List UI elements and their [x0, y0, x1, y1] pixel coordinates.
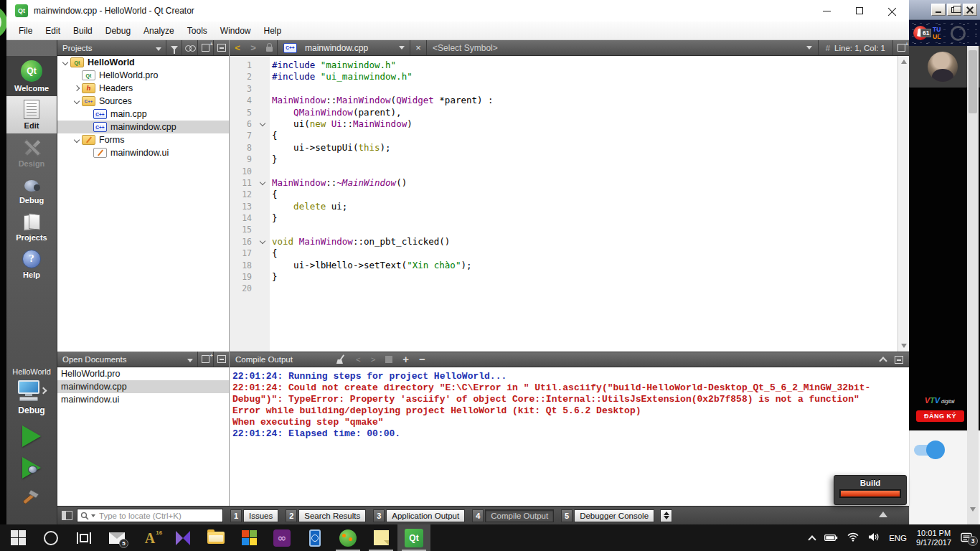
- taskbar-coccoc-button[interactable]: [331, 524, 364, 551]
- stop-icon[interactable]: [385, 356, 392, 363]
- taskbar-ms-squares-button[interactable]: [232, 524, 265, 551]
- mode-edit-button[interactable]: Edit: [6, 96, 57, 133]
- build-progress-popup[interactable]: Build: [834, 475, 907, 505]
- pane-button-compile-output[interactable]: Compile Output: [485, 509, 554, 522]
- chevron-down-icon[interactable]: [72, 99, 82, 103]
- split-editor-icon[interactable]: [893, 40, 909, 55]
- avatar[interactable]: [928, 52, 958, 82]
- code-line-2[interactable]: 2#include "ui_mainwindow.h": [230, 71, 897, 83]
- locator[interactable]: [77, 509, 223, 522]
- taskbar-visual-studio-button[interactable]: ∞: [265, 524, 298, 551]
- code-line-7[interactable]: 7{: [230, 130, 897, 141]
- scrollbar-thumb[interactable]: [969, 50, 977, 113]
- projects-pane-dropdown-icon[interactable]: [156, 44, 161, 52]
- taskbar-qtcreator-button[interactable]: Qt: [397, 524, 430, 551]
- code-line-17[interactable]: 17{: [230, 248, 897, 259]
- kit-target-icon[interactable]: [18, 380, 46, 401]
- fold-marker-icon[interactable]: [255, 123, 270, 126]
- background-scrollbar[interactable]: [967, 46, 979, 524]
- pane-button-issues[interactable]: Issues: [243, 509, 278, 522]
- tree-item-helloworld[interactable]: HelloWorld: [57, 56, 229, 69]
- tree-item-sources[interactable]: Sources: [57, 95, 229, 108]
- open-document-item[interactable]: mainwindow.ui: [57, 393, 229, 406]
- filter-icon[interactable]: [166, 40, 182, 55]
- symbol-selector[interactable]: <Select Symbol>: [427, 43, 818, 53]
- pane-button-application-output[interactable]: Application Output: [386, 509, 465, 522]
- build-hammer-button[interactable]: [22, 489, 42, 507]
- maximize-button[interactable]: [843, 0, 876, 22]
- taskbar-mail-button[interactable]: 5: [100, 524, 133, 551]
- maximize-pane-icon[interactable]: [895, 356, 903, 364]
- chevron-down-icon[interactable]: [72, 138, 82, 142]
- zoom-out-icon[interactable]: −: [419, 356, 425, 363]
- tree-item-mainwindow-ui[interactable]: mainwindow.ui: [57, 146, 229, 159]
- code-line-5[interactable]: 5 QMainWindow(parent),: [230, 107, 897, 118]
- compile-output-pane[interactable]: 22:01:24: Running steps for project Hell…: [230, 367, 909, 506]
- close-pane-icon[interactable]: [213, 40, 229, 55]
- hidden-icons-chevron-icon[interactable]: [808, 535, 816, 543]
- run-button[interactable]: [22, 425, 41, 447]
- menu-item-build[interactable]: Build: [67, 23, 99, 39]
- close-button[interactable]: [876, 0, 909, 22]
- tree-item-headers[interactable]: Headers: [57, 82, 229, 95]
- code-line-1[interactable]: 1#include "mainwindow.h": [230, 60, 897, 71]
- bg-restore-button[interactable]: [947, 4, 961, 16]
- taskbar-start-button[interactable]: [1, 524, 34, 551]
- open-document-item[interactable]: HelloWorld.pro: [57, 367, 229, 380]
- pane-button-search-results[interactable]: Search Results: [298, 509, 366, 522]
- subscribe-button[interactable]: ĐĂNG KÝ: [916, 410, 964, 422]
- expand-output-pane-icon[interactable]: [879, 512, 887, 517]
- volume-icon[interactable]: [868, 532, 880, 545]
- kit-selector[interactable]: HelloWorldDebug: [6, 367, 57, 415]
- menu-item-debug[interactable]: Debug: [99, 23, 137, 39]
- chevron-right-icon[interactable]: [72, 86, 82, 90]
- code-line-18[interactable]: 18 ui->lbHello->setText("Xin chào");: [230, 260, 897, 271]
- tree-item-forms[interactable]: Forms: [57, 133, 229, 146]
- pane-number-badge[interactable]: 1: [230, 509, 242, 522]
- scroll-down-icon[interactable]: [970, 507, 976, 512]
- zoom-in-icon[interactable]: +: [402, 356, 409, 363]
- previous-item-icon[interactable]: <: [356, 355, 361, 364]
- split-pane-icon[interactable]: [197, 40, 213, 55]
- go-back-icon[interactable]: <: [230, 40, 245, 55]
- code-line-14[interactable]: 14}: [230, 212, 897, 224]
- scroll-down-icon[interactable]: [901, 344, 907, 348]
- fold-marker-icon[interactable]: [255, 240, 270, 243]
- code-line-12[interactable]: 12{: [230, 189, 897, 200]
- open-documents-dropdown-icon[interactable]: [187, 355, 193, 364]
- pane-button-debugger-console[interactable]: Debugger Console: [574, 509, 654, 522]
- taskbar-cortana-button[interactable]: [34, 524, 67, 551]
- pane-number-badge[interactable]: 5: [561, 509, 573, 522]
- menu-item-analyze[interactable]: Analyze: [137, 23, 181, 39]
- code-line-8[interactable]: 8 ui->setupUi(this);: [230, 142, 897, 154]
- clear-output-icon[interactable]: [336, 354, 346, 364]
- pane-number-badge[interactable]: 4: [472, 509, 484, 522]
- tree-item-helloworld-pro[interactable]: HelloWorld.pro: [57, 69, 229, 82]
- open-documents-title[interactable]: Open Documents: [57, 355, 132, 364]
- code-editor[interactable]: 1#include "mainwindow.h"2#include "ui_ma…: [230, 56, 909, 352]
- mode-help-button[interactable]: ?Help: [6, 245, 57, 283]
- code-line-19[interactable]: 19}: [230, 271, 897, 283]
- editor-scrollbar[interactable]: [897, 56, 909, 352]
- open-document-item[interactable]: mainwindow.cpp: [57, 380, 229, 393]
- close-document-icon[interactable]: ×: [410, 40, 426, 55]
- pane-number-badge[interactable]: 3: [373, 509, 385, 522]
- collapse-pane-icon[interactable]: [879, 357, 887, 364]
- menu-item-window[interactable]: Window: [214, 23, 258, 39]
- toggle-switch[interactable]: [914, 445, 941, 456]
- mode-debug-button[interactable]: Debug: [6, 171, 57, 208]
- pane-number-badge[interactable]: 2: [286, 509, 297, 522]
- notification-center-icon[interactable]: 3: [961, 532, 973, 543]
- mode-welcome-button[interactable]: QtWelcome: [6, 56, 57, 96]
- record-ring-icon[interactable]: [951, 26, 966, 41]
- projects-pane-title[interactable]: Projects: [57, 44, 98, 52]
- debug-run-button[interactable]: [22, 457, 41, 479]
- mode-projects-button[interactable]: Projects: [6, 208, 57, 245]
- tree-item-main-cpp[interactable]: main.cpp: [57, 108, 229, 121]
- kit-expand-chevron-icon[interactable]: [39, 387, 47, 395]
- clock[interactable]: 10:01 PM 9/17/2017: [916, 529, 951, 547]
- file-dropdown-icon[interactable]: [394, 40, 410, 55]
- background-window[interactable]: TU UL 61 VTVdigital ĐĂNG KÝ: [909, 0, 980, 524]
- tree-item-mainwindow-cpp[interactable]: mainwindow.cpp: [57, 121, 229, 133]
- menu-item-file[interactable]: File: [12, 23, 39, 39]
